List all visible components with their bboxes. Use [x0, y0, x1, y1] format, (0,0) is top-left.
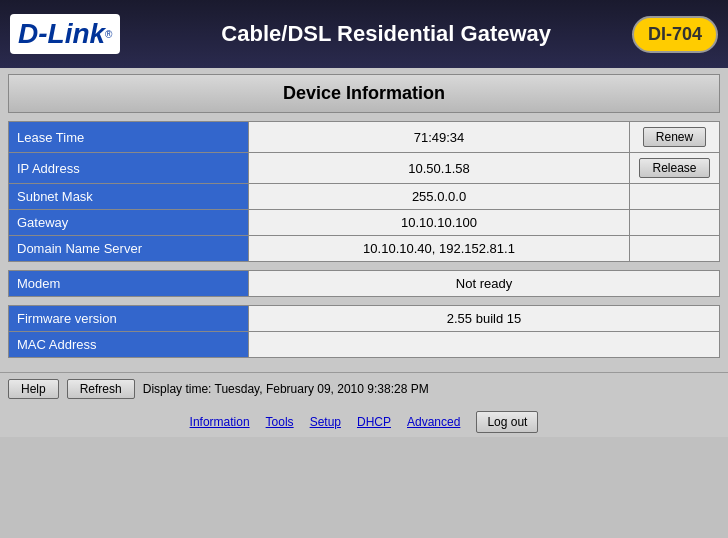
firmware-table: Firmware version2.55 build 15MAC Address	[8, 305, 720, 358]
nav-advanced[interactable]: Advanced	[407, 415, 460, 429]
firmware-section: Firmware version2.55 build 15MAC Address…	[8, 305, 720, 358]
dlink-logo: D-Link ®	[10, 14, 120, 54]
page-title: Device Information	[8, 74, 720, 113]
modem-table: ModemNot ready	[8, 270, 720, 297]
row-label: Domain Name Server	[9, 236, 249, 262]
table-row: Gateway10.10.10.100	[9, 210, 720, 236]
table-row: ModemNot ready	[9, 271, 720, 297]
nav-tools[interactable]: Tools	[266, 415, 294, 429]
help-button[interactable]: Help	[8, 379, 59, 399]
header-title: Cable/DSL Residential Gateway	[140, 21, 631, 47]
nav-setup[interactable]: Setup	[310, 415, 341, 429]
row-label: Modem	[9, 271, 249, 297]
row-value: Not ready	[249, 271, 720, 297]
row-value: 10.50.1.58	[249, 153, 630, 184]
row-value	[249, 332, 720, 358]
row-label: Lease Time	[9, 122, 249, 153]
nav-bar: Information Tools Setup DHCP Advanced Lo…	[0, 405, 728, 437]
nav-information[interactable]: Information	[190, 415, 250, 429]
table-row: MAC Address	[9, 332, 720, 358]
row-label: Firmware version	[9, 306, 249, 332]
row-value: 10.10.10.40, 192.152.81.1	[249, 236, 630, 262]
row-value: 255.0.0.0	[249, 184, 630, 210]
row-action[interactable]: Release	[630, 153, 720, 184]
row-label: IP Address	[9, 153, 249, 184]
row-label: MAC Address	[9, 332, 249, 358]
footer: Help Refresh Display time: Tuesday, Febr…	[0, 372, 728, 405]
row-label: Subnet Mask	[9, 184, 249, 210]
header: D-Link ® Cable/DSL Residential Gateway D…	[0, 0, 728, 68]
row-action	[630, 210, 720, 236]
logo-text: D-Link	[18, 18, 105, 50]
row-action	[630, 184, 720, 210]
logout-button[interactable]: Log out	[476, 411, 538, 433]
release-button[interactable]: Release	[639, 158, 709, 178]
row-action	[630, 236, 720, 262]
logo-registered: ®	[105, 29, 112, 40]
table-row: Lease Time71:49:34Renew	[9, 122, 720, 153]
table-row: IP Address10.50.1.58Release	[9, 153, 720, 184]
nav-dhcp[interactable]: DHCP	[357, 415, 391, 429]
dhcp-info-table: Lease Time71:49:34RenewIP Address10.50.1…	[8, 121, 720, 262]
row-value: 10.10.10.100	[249, 210, 630, 236]
main-content: Device Information Lease Time71:49:34Ren…	[0, 68, 728, 372]
table-row: Domain Name Server10.10.10.40, 192.152.8…	[9, 236, 720, 262]
renew-button[interactable]: Renew	[643, 127, 706, 147]
status-text: Display time: Tuesday, February 09, 2010…	[143, 382, 720, 396]
row-label: Gateway	[9, 210, 249, 236]
model-badge: DI-704	[632, 16, 718, 53]
row-action[interactable]: Renew	[630, 122, 720, 153]
table-row: Subnet Mask255.0.0.0	[9, 184, 720, 210]
table-row: Firmware version2.55 build 15	[9, 306, 720, 332]
row-value: 71:49:34	[249, 122, 630, 153]
refresh-button[interactable]: Refresh	[67, 379, 135, 399]
row-value: 2.55 build 15	[249, 306, 720, 332]
